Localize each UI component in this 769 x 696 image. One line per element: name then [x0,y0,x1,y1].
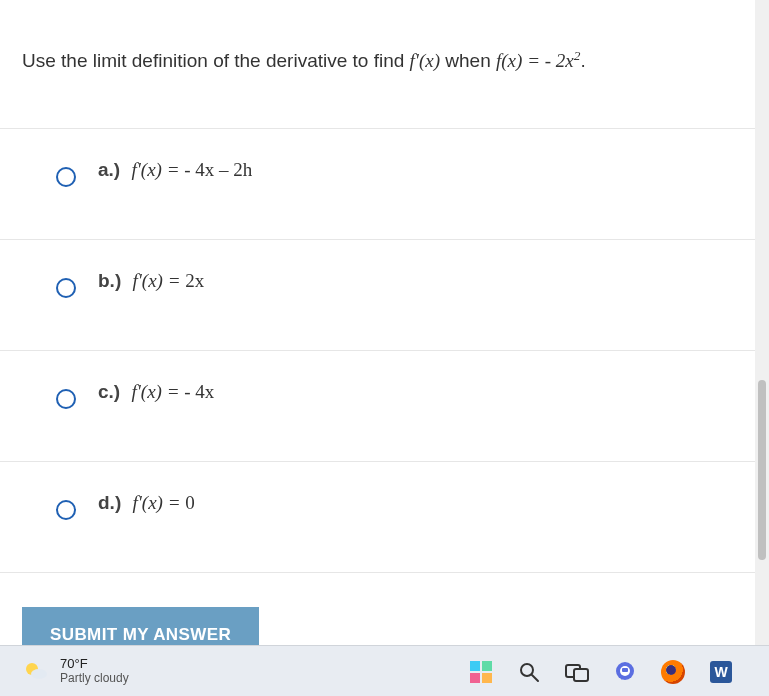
search-icon [518,661,540,683]
chat-icon [613,660,637,684]
submit-wrap: SUBMIT MY ANSWER [0,573,755,645]
quiz-content: Use the limit definition of the derivati… [0,0,755,645]
option-math: f'(x) = - 4x [131,381,214,402]
option-label: c.) [98,381,120,402]
svg-rect-8 [622,668,628,672]
scrollbar-thumb[interactable] [758,380,766,560]
question-mid: when [445,50,496,71]
windows-logo-icon [470,661,492,683]
radio-icon[interactable] [56,500,76,520]
option-text: a.) f'(x) = - 4x – 2h [98,157,252,184]
question-fx: f(x) = - 2x2 [496,50,580,71]
task-view-button[interactable] [564,659,590,685]
weather-desc: Partly cloudy [60,672,129,685]
radio-icon[interactable] [56,167,76,187]
option-label: d.) [98,492,121,513]
search-button[interactable] [516,659,542,685]
option-text: d.) f'(x) = 0 [98,490,195,517]
option-a[interactable]: a.) f'(x) = - 4x – 2h [0,129,755,240]
option-d[interactable]: d.) f'(x) = 0 [0,462,755,573]
weather-icon [22,657,50,685]
question-prefix: Use the limit definition of the derivati… [22,50,410,71]
option-text: b.) f'(x) = 2x [98,268,204,295]
scrollbar-track[interactable] [755,0,769,645]
svg-line-3 [532,675,538,681]
start-button[interactable] [468,659,494,685]
option-b[interactable]: b.) f'(x) = 2x [0,240,755,351]
chat-button[interactable] [612,659,638,685]
question-suffix: . [580,50,585,71]
word-icon: W [710,661,732,683]
weather-temp: 70°F [60,657,129,671]
svg-rect-5 [574,669,588,681]
option-c[interactable]: c.) f'(x) = - 4x [0,351,755,462]
task-view-icon [565,662,589,682]
question-text: Use the limit definition of the derivati… [0,0,755,129]
word-button[interactable]: W [708,659,734,685]
radio-icon[interactable] [56,389,76,409]
taskbar-weather[interactable]: 70°F Partly cloudy [0,646,129,696]
option-math: f'(x) = - 4x – 2h [131,159,252,180]
option-label: a.) [98,159,120,180]
firefox-icon [661,660,685,684]
radio-icon[interactable] [56,278,76,298]
firefox-button[interactable] [660,659,686,685]
taskbar-center: W [468,646,734,696]
option-label: b.) [98,270,121,291]
option-math: f'(x) = 0 [133,492,195,513]
weather-text: 70°F Partly cloudy [60,657,129,684]
option-text: c.) f'(x) = - 4x [98,379,214,406]
question-fprime: f'(x) [410,50,440,71]
taskbar: 70°F Partly cloudy [0,645,769,696]
svg-point-1 [31,669,47,679]
submit-button[interactable]: SUBMIT MY ANSWER [22,607,259,645]
svg-point-2 [521,664,533,676]
option-math: f'(x) = 2x [133,270,205,291]
page-root: Use the limit definition of the derivati… [0,0,769,696]
